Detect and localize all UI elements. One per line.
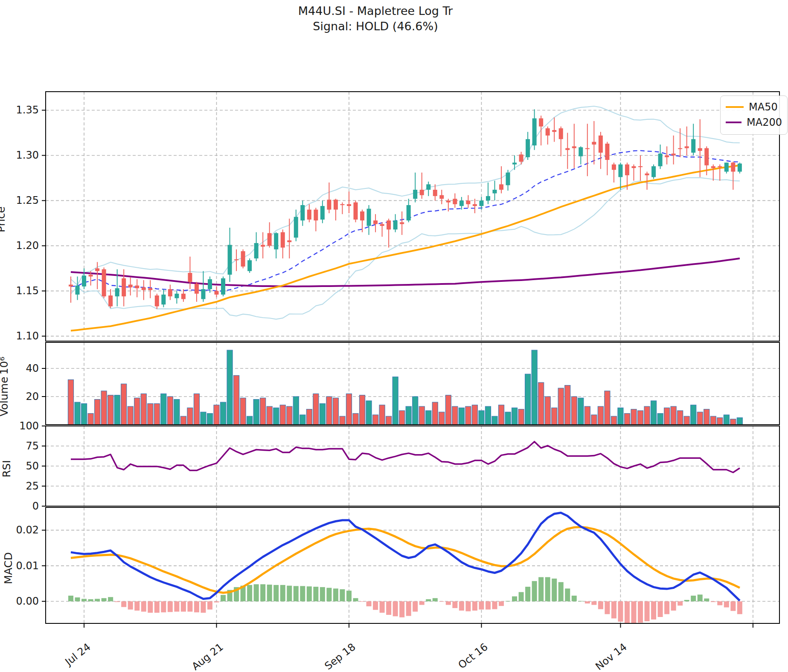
- macd-hist-bar-negative: [479, 601, 484, 609]
- bollinger-bands: [71, 106, 740, 319]
- candle-body: [281, 232, 285, 248]
- macd-hist-bar-negative: [194, 601, 199, 612]
- volume-bar: [360, 395, 365, 425]
- volume-bar: [710, 416, 716, 425]
- macd-hist-bar-negative: [174, 601, 179, 611]
- macd-hist-bar-negative: [452, 601, 457, 608]
- volume-bar: [697, 412, 703, 425]
- candle-body: [559, 128, 563, 139]
- candle-body: [439, 195, 444, 199]
- volume-bar: [571, 397, 577, 425]
- candle-body: [347, 204, 351, 206]
- volume-bar: [445, 395, 451, 425]
- ma200-line: [71, 258, 740, 287]
- candle-body: [135, 286, 139, 288]
- y-tick-label: 0.00: [16, 595, 39, 607]
- candle-body: [142, 287, 146, 290]
- candle-body: [82, 275, 86, 286]
- candle-body: [69, 285, 73, 287]
- candle-body: [380, 224, 384, 226]
- volume-bar: [406, 406, 411, 425]
- volume-bar: [499, 405, 504, 425]
- y-tick-label: 1.15: [16, 285, 39, 297]
- candle-body: [215, 291, 219, 294]
- macd-hist-bar-positive: [280, 585, 285, 601]
- volume-bar: [545, 397, 550, 425]
- volume-bar: [565, 385, 570, 425]
- candle-body: [353, 203, 358, 220]
- candle-body: [407, 205, 411, 220]
- volume-bar: [128, 406, 133, 425]
- macd-hist-bar-positive: [346, 591, 352, 601]
- macd-hist-bar-negative: [439, 601, 444, 602]
- macd-hist-bar-positive: [221, 595, 226, 601]
- volume-bar: [678, 411, 683, 425]
- macd-hist-bar-negative: [730, 601, 736, 611]
- candle-body: [631, 166, 636, 168]
- ma50-line-swatch: [726, 106, 744, 108]
- volume-bar: [68, 379, 73, 425]
- macd-hist-bar-negative: [645, 601, 650, 621]
- candle-body: [651, 166, 656, 177]
- volume-bar: [95, 400, 100, 425]
- macd-hist-bar-positive: [512, 597, 517, 602]
- candle-body: [466, 200, 470, 204]
- candle-body: [678, 148, 682, 149]
- candle-body: [247, 260, 252, 271]
- price-axis-label: Price: [0, 206, 7, 232]
- macd-hist-bar-positive: [267, 585, 272, 601]
- volume-bars: [68, 350, 742, 425]
- macd-hist-bar-positive: [273, 585, 279, 601]
- volume-bar: [293, 397, 299, 425]
- volume-bar: [180, 416, 186, 425]
- volume-bar: [326, 397, 332, 425]
- macd-hist-bar-negative: [154, 601, 160, 613]
- candle-body: [625, 165, 629, 175]
- volume-bar: [366, 401, 372, 425]
- macd-hist-bar-negative: [486, 601, 491, 609]
- candle-body: [459, 200, 464, 206]
- candle-body: [724, 162, 729, 171]
- candle-body: [228, 245, 232, 275]
- candle-body: [89, 275, 93, 276]
- candle-body: [241, 251, 245, 266]
- candle-body: [645, 174, 649, 175]
- candle-body: [519, 154, 523, 162]
- volume-bar: [671, 406, 676, 425]
- candle-body: [426, 184, 430, 190]
- candle-body: [320, 206, 325, 220]
- volume-bar: [300, 415, 305, 425]
- macd-hist-bar-negative: [128, 601, 133, 609]
- macd-hist-bar-negative: [366, 601, 372, 606]
- macd-hist-bar-negative: [380, 601, 385, 613]
- chart-figure: M44U.SI - Mapletree Log Tr Signal: HOLD …: [0, 0, 788, 672]
- volume-bar: [201, 412, 206, 425]
- volume-bar: [167, 397, 173, 425]
- volume-bar: [108, 395, 113, 425]
- candle-body: [711, 166, 715, 168]
- candle-body: [234, 259, 238, 260]
- macd-hist-bar-positive: [340, 589, 345, 601]
- volume-bar: [684, 416, 689, 425]
- candle-body: [155, 295, 159, 306]
- candle-body: [665, 155, 669, 157]
- candle-body: [539, 119, 543, 127]
- grid-lines: [46, 92, 779, 623]
- macd-hist-bar-positive: [578, 601, 583, 601]
- candlesticks: [69, 109, 742, 309]
- candle-body: [314, 210, 318, 220]
- volume-bar: [717, 418, 723, 425]
- macd-hist-bar-positive: [88, 599, 93, 601]
- macd-hist-bar-positive: [426, 599, 431, 601]
- candle-body: [294, 217, 298, 238]
- ma50-line: [71, 165, 740, 331]
- candle-body: [174, 294, 179, 298]
- candle-body: [552, 130, 556, 132]
- candle-body: [195, 284, 199, 293]
- macd-hist-bar-negative: [678, 601, 683, 605]
- volume-bar: [148, 404, 153, 425]
- macd-hist-bar-negative: [214, 601, 219, 602]
- candle-body: [76, 286, 80, 295]
- macd-hist-bar-positive: [287, 586, 292, 602]
- volume-bar: [730, 419, 736, 425]
